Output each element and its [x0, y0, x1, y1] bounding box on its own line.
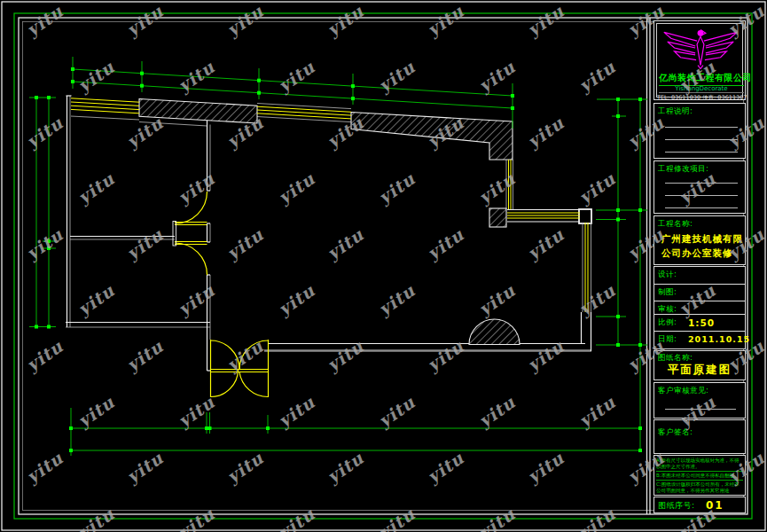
drawing-name-box: 图纸名称: 平面原建图: [654, 350, 746, 380]
blank-line: [665, 409, 736, 410]
designer-label: 设计:: [658, 270, 677, 280]
designer-row: 设计:: [654, 266, 746, 285]
company-logo-box: 亿尚装饰工程有限公司 YishangDecorate TEL: 83611030…: [654, 20, 746, 100]
eagle-logo-icon: [657, 25, 744, 69]
drafter-label: 制图:: [658, 287, 677, 298]
date-label: 日期:: [658, 334, 677, 345]
dimension-lines: [29, 57, 647, 456]
doors: [173, 192, 269, 397]
dimension-ticks: [35, 67, 642, 452]
blank-line: [665, 183, 738, 184]
company-name: 亿尚装饰工程有限公司: [659, 72, 744, 86]
project-name-box: 工程名称: 广州建技机械有限 公司办公室装修: [654, 215, 746, 265]
project-changes-box: 工程修改项目:: [654, 160, 746, 214]
note-c: C:图纸设计版权归本公司所有，未经本公司书面同意，不得另作其它用途: [656, 481, 743, 495]
sheet-frame: [2, 2, 765, 530]
date-row: 日期: 2011.10.15: [654, 331, 746, 349]
serial-label: 图纸序号:: [658, 500, 695, 512]
scale-value: 1:50: [688, 317, 715, 328]
blank-line: [665, 195, 738, 196]
blank-line: [665, 207, 738, 208]
project-name-line2: 公司办公室装修: [661, 247, 733, 260]
floor-plan-drawing: [0, 0, 767, 532]
drawing-name-value: 平面原建图: [654, 363, 745, 378]
client-review-label: 客户审核意见:: [658, 386, 708, 396]
company-tel: TEL: 83611030 传真: 83611307: [657, 94, 746, 102]
drafter-row: 制图:: [654, 284, 746, 301]
note-a: A:所有尺寸以现场实地核对为准，不得以图中之尺寸作准。: [656, 458, 743, 472]
double-door: [211, 340, 269, 397]
date-value: 2011.10.15: [688, 334, 750, 344]
hatched-column-semicircle: [469, 319, 520, 345]
project-desc-box: 工程说明:: [654, 103, 746, 159]
blank-line: [665, 139, 738, 140]
scale-label: 比例:: [658, 317, 677, 328]
client-sign-label: 客户签名:: [658, 427, 693, 438]
client-review-box: 客户审核意见:: [654, 382, 746, 419]
company-name-en: YishangDecorate: [659, 85, 744, 93]
cad-sheet: 亿尚装饰工程有限公司 YishangDecorate TEL: 83611030…: [0, 0, 767, 532]
client-sign-box: 客户签名:: [654, 419, 746, 454]
logo-inner-border: 亿尚装饰工程有限公司 YishangDecorate TEL: 83611030…: [656, 23, 743, 98]
note-b: B:本图未经本公司同意不得私自翻版。: [656, 473, 743, 481]
project-name-label: 工程名称:: [658, 219, 693, 230]
door-swing-arc: [175, 243, 207, 275]
project-name-line1: 广州建技机械有限: [661, 233, 743, 246]
reviewer-row: 审核:: [654, 301, 746, 315]
serial-value: 01: [706, 499, 724, 512]
project-changes-label: 工程修改项目:: [658, 164, 708, 175]
blank-line: [665, 127, 738, 128]
serial-row: 图纸序号: 01: [654, 497, 746, 513]
blank-line: [665, 152, 738, 153]
project-desc-label: 工程说明:: [658, 106, 693, 117]
scale-row: 比例: 1:50: [654, 314, 746, 332]
notes-box: A:所有尺寸以现场实地核对为准，不得以图中之尺寸作准。 B:本图未经本公司同意不…: [654, 455, 746, 496]
door-swing-arc: [175, 192, 207, 223]
